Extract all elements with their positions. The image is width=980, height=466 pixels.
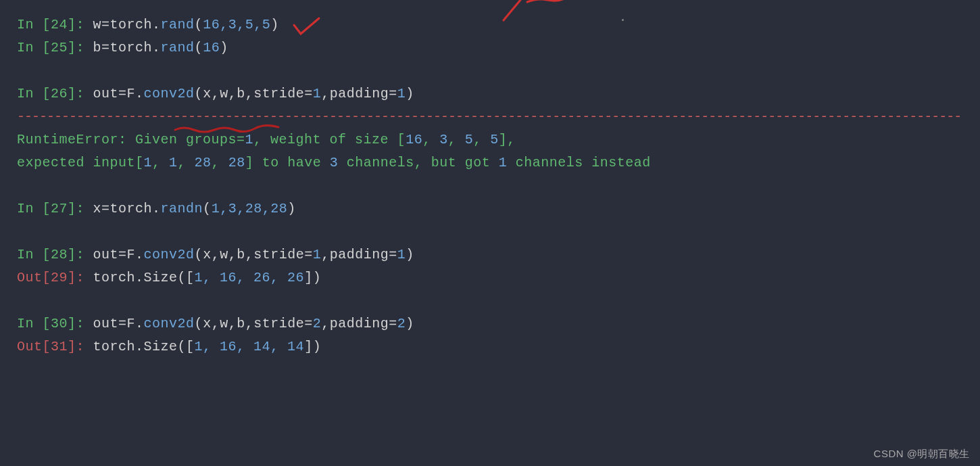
output-line-31: Out[31]: torch.Size([1, 16, 14, 14])	[17, 335, 963, 358]
input-line-25[interactable]: In [25]: b=torch.rand(16)	[17, 37, 963, 60]
input-line-30[interactable]: In [30]: out=F.conv2d(x,w,b,stride=2,pad…	[17, 312, 963, 335]
in-prompt: In [30]:	[17, 316, 93, 331]
input-line-24[interactable]: In [24]: w=torch.rand(16,3,5,5)	[17, 14, 963, 37]
in-prompt: In [28]:	[17, 247, 93, 262]
empty-line	[17, 60, 963, 83]
empty-line	[17, 220, 963, 243]
input-line-28[interactable]: In [28]: out=F.conv2d(x,w,b,stride=1,pad…	[17, 243, 963, 266]
out-prompt: Out[31]:	[17, 339, 93, 354]
empty-line	[17, 289, 963, 312]
in-prompt: In [26]:	[17, 86, 93, 101]
in-prompt: In [25]:	[17, 40, 93, 55]
input-line-26[interactable]: In [26]: out=F.conv2d(x,w,b,stride=1,pad…	[17, 83, 963, 106]
error-line-1: RuntimeError: Given groups=1, weight of …	[17, 129, 963, 152]
input-line-27[interactable]: In [27]: x=torch.randn(1,3,28,28)	[17, 197, 963, 220]
error-line-2: expected input[1, 1, 28, 28] to have 3 c…	[17, 152, 963, 174]
empty-line	[17, 174, 963, 197]
separator-line: ----------------------------------------…	[17, 106, 963, 129]
out-prompt: Out[29]:	[17, 270, 93, 285]
in-prompt: In [27]:	[17, 201, 93, 216]
cursor-dot-icon	[622, 19, 624, 21]
watermark-text: CSDN @明朝百晓生	[874, 448, 970, 461]
in-prompt: In [24]:	[17, 17, 93, 32]
output-line-29: Out[29]: torch.Size([1, 16, 26, 26])	[17, 266, 963, 289]
